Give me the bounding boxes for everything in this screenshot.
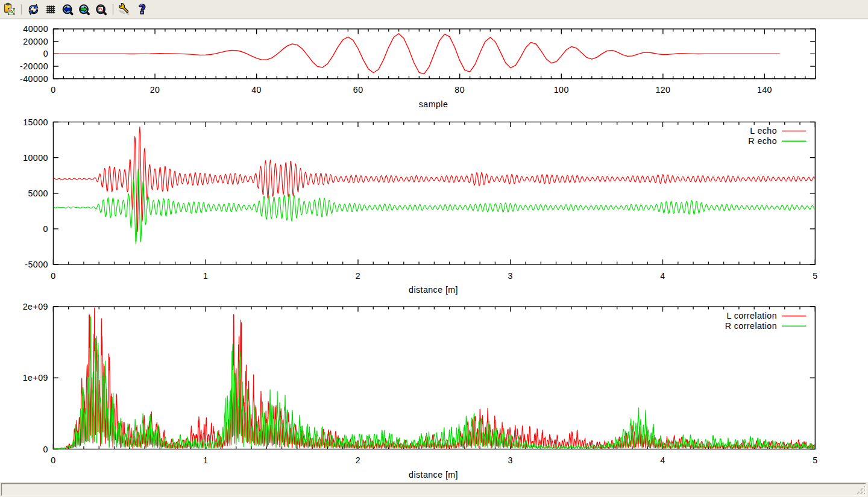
svg-text:15000: 15000 (23, 117, 48, 127)
svg-text:3: 3 (508, 455, 513, 465)
svg-text:2: 2 (356, 455, 360, 465)
svg-text:0: 0 (51, 455, 55, 465)
svg-text:20000: 20000 (23, 37, 48, 46)
svg-text:1e+09: 1e+09 (23, 373, 48, 383)
svg-text:5000: 5000 (28, 189, 48, 198)
svg-text:-5000: -5000 (25, 260, 48, 269)
svg-text:2e+09: 2e+09 (23, 302, 48, 311)
svg-text:20: 20 (150, 85, 160, 95)
svg-text:L echo: L echo (750, 126, 777, 136)
svg-text:4: 4 (660, 271, 665, 281)
svg-text:-40000: -40000 (20, 74, 48, 84)
svg-text:5: 5 (813, 455, 817, 465)
svg-text:2: 2 (356, 271, 360, 281)
svg-text:0: 0 (43, 445, 48, 454)
svg-text:R correlation: R correlation (725, 321, 777, 331)
svg-text:L correlation: L correlation (727, 311, 777, 320)
svg-text:0: 0 (51, 271, 55, 281)
svg-text:3: 3 (508, 271, 513, 281)
svg-text:140: 140 (757, 85, 772, 95)
svg-text:sample: sample (419, 99, 448, 109)
svg-text:100: 100 (554, 85, 569, 95)
svg-text:1: 1 (203, 455, 208, 465)
svg-text:10000: 10000 (23, 153, 48, 163)
svg-text:0: 0 (51, 85, 55, 95)
svg-text:120: 120 (655, 85, 670, 95)
svg-text:40000: 40000 (23, 24, 48, 34)
svg-text:0: 0 (43, 49, 48, 58)
svg-text:60: 60 (353, 85, 363, 95)
svg-text:distance [m]: distance [m] (409, 470, 458, 480)
svg-text:80: 80 (454, 85, 465, 95)
svg-text:1: 1 (203, 271, 208, 281)
svg-text:-20000: -20000 (20, 61, 48, 71)
svg-text:5: 5 (813, 271, 817, 281)
svg-text:R echo: R echo (748, 136, 777, 146)
svg-text:40: 40 (251, 85, 262, 95)
svg-text:distance [m]: distance [m] (409, 285, 458, 295)
svg-text:0: 0 (43, 224, 48, 234)
svg-text:4: 4 (660, 455, 665, 465)
